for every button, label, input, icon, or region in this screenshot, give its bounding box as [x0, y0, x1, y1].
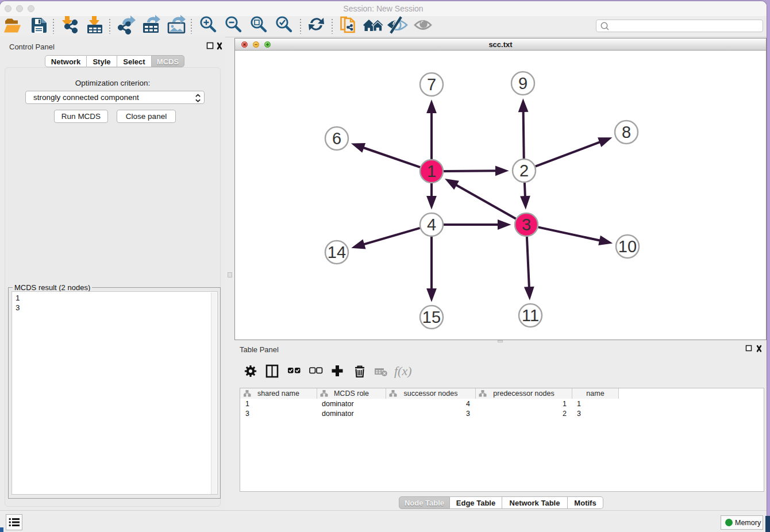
svg-text:4: 4	[427, 215, 436, 234]
svg-text:7: 7	[427, 75, 436, 94]
svg-text:11: 11	[522, 306, 539, 325]
svg-text:14: 14	[328, 243, 346, 261]
svg-text:1: 1	[427, 162, 436, 180]
svg-text:15: 15	[422, 308, 441, 326]
svg-text:2: 2	[519, 161, 529, 180]
svg-text:9: 9	[518, 74, 528, 92]
svg-text:10: 10	[618, 237, 637, 256]
svg-text:8: 8	[622, 123, 631, 141]
svg-text:6: 6	[332, 129, 341, 148]
svg-text:f(x): f(x)	[394, 364, 412, 378]
svg-text:3: 3	[522, 215, 531, 234]
